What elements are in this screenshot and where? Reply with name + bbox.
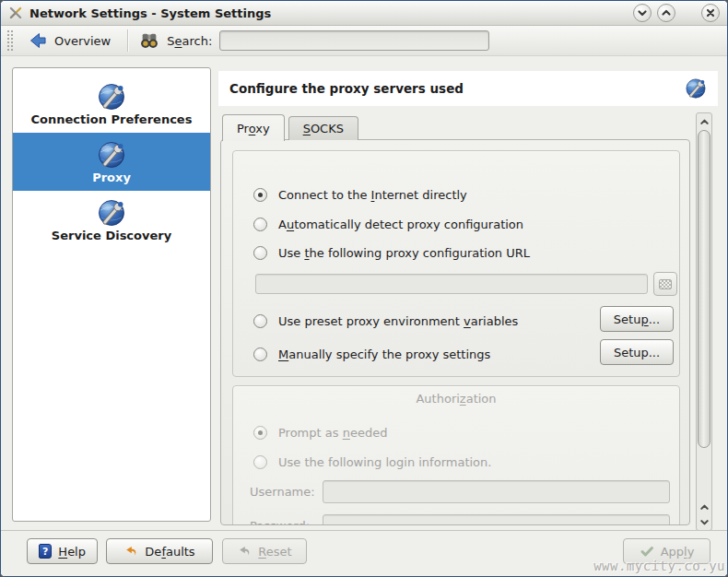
username-input[interactable] [323,480,670,503]
defaults-button[interactable]: Defaults [106,538,213,564]
authorization-title: Authorization [233,392,679,406]
tab-socks[interactable]: SOCKS [288,116,358,140]
radio-auto-detect[interactable]: Automatically detect proxy configuration [253,218,670,231]
scroll-up-button-bottom[interactable] [697,500,711,514]
globe-wrench-icon [97,140,126,170]
username-label: Username: [250,485,323,499]
search-input[interactable] [219,30,489,51]
help-button[interactable]: ? Help [27,538,98,564]
chevron-up-icon [661,7,672,18]
watermark: www.mycity.co.yu [593,559,725,573]
module-list: Connection Preferences Proxy Service Dis… [12,67,211,522]
chevron-down-icon [637,7,648,18]
titlebar[interactable]: Network Settings - System Settings [1,1,727,26]
reset-button[interactable]: Reset [222,538,307,564]
close-button[interactable] [701,4,720,22]
setup-manual-button[interactable]: Setup... [600,339,674,365]
search-label: Search: [167,34,212,48]
radio-indicator [253,246,267,260]
setup-env-vars-button[interactable]: Setup... [600,306,674,332]
radio-prompt-as-needed[interactable]: Prompt as needed [253,426,670,440]
radio-indicator [253,455,267,469]
proxy-mode-group: Connect to the Internet directly Automat… [232,150,680,377]
radio-env-vars[interactable]: Use preset proxy environment variables [253,314,589,328]
checkmark-icon [640,544,654,559]
radio-indicator [253,314,267,328]
password-input[interactable] [323,514,670,525]
sidebar-item-label: Service Discovery [52,229,171,242]
tabbar: Proxy SOCKS [222,113,358,140]
globe-wrench-icon [685,77,707,100]
browse-url-button[interactable] [653,272,677,296]
scroll-down-button[interactable] [697,514,711,529]
chevron-up-icon [699,502,710,512]
back-arrow-icon [28,30,48,51]
sidebar-item-proxy[interactable]: Proxy [13,133,210,191]
sidebar-item-label: Proxy [92,171,131,184]
help-icon: ? [39,544,52,559]
radio-config-url[interactable]: Use the following proxy configuration UR… [253,246,670,260]
shade-button[interactable] [633,4,652,22]
tab-proxy[interactable]: Proxy [222,114,285,141]
revert-icon [123,544,138,559]
module-header: Configure the proxy servers used [218,71,718,106]
radio-manual[interactable]: Manually specify the proxy settings [253,347,589,361]
chevron-up-icon [699,117,710,127]
close-icon [705,7,716,18]
radio-indicator [253,347,267,361]
authorization-group: Authorization Prompt as needed Use the f… [232,385,680,525]
radio-indicator [253,426,267,440]
main-content: Connection Preferences Proxy Service Dis… [1,57,727,532]
toolbar-separator [127,29,128,52]
globe-wrench-icon [97,198,126,228]
vertical-scrollbar[interactable] [696,112,712,531]
radio-indicator [253,188,267,202]
window-title: Network Settings - System Settings [29,6,627,20]
password-label: Password: [250,519,323,525]
scroll-up-button[interactable] [697,114,711,129]
window: Network Settings - System Settings Overv… [0,0,728,577]
toolbar: Overview Search: [1,26,727,56]
open-folder-icon [659,279,672,289]
radio-login-information[interactable]: Use the following login information. [253,455,670,469]
username-row: Username: [250,480,670,503]
radio-connect-direct[interactable]: Connect to the Internet directly [253,188,670,202]
sidebar-item-connection-preferences[interactable]: Connection Preferences [13,75,210,133]
search-icon [139,30,159,51]
proxy-url-input[interactable] [255,274,648,294]
toolbar-drag-handle[interactable] [6,29,14,52]
overview-button[interactable]: Overview [22,29,116,53]
sidebar-item-service-discovery[interactable]: Service Discovery [13,191,210,249]
password-row: Password: [250,514,670,525]
sidebar-item-label: Connection Preferences [31,112,193,126]
globe-wrench-icon [97,82,126,112]
scrollbar-thumb[interactable] [698,130,710,448]
proxy-tab-panel: Connect to the Internet directly Automat… [220,139,690,525]
undo-icon [237,544,252,559]
app-icon [8,6,23,20]
page-title: Configure the proxy servers used [229,81,685,96]
overview-label: Overview [54,34,111,48]
radio-indicator [253,218,267,231]
chevron-down-icon [699,517,710,527]
maximize-button[interactable] [657,4,675,22]
